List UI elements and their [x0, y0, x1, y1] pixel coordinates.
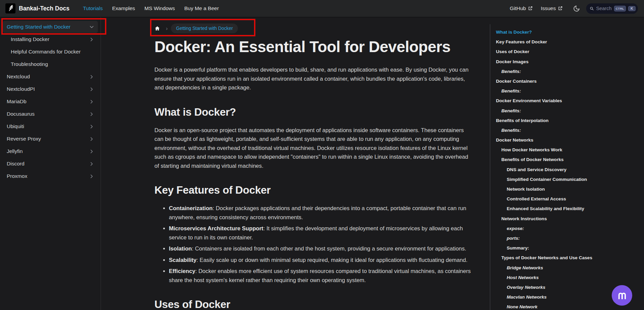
toc-item[interactable]: How Docker Networks Work	[496, 147, 641, 153]
github-link-label: GitHub	[510, 5, 526, 11]
toc-item[interactable]: Key Features of Docker	[496, 39, 641, 45]
sidebar-category-docusaurus[interactable]: Docusaurus	[3, 108, 98, 120]
list-item: Isolation: Containers are isolated from …	[169, 244, 473, 254]
toc-item[interactable]: Benefits of Interpolation	[496, 118, 641, 124]
toc-item[interactable]: Docker Networks	[496, 138, 641, 143]
feature-text: : Easily scale up or down with minimal s…	[196, 257, 467, 263]
toc-item[interactable]: Host Networks	[496, 275, 641, 281]
home-icon	[154, 26, 160, 31]
sidebar-category-discord[interactable]: Discord	[3, 158, 98, 170]
list-item: Containerization: Docker packages applic…	[169, 204, 473, 222]
search-placeholder: Search	[596, 6, 612, 11]
chevron-right-icon	[90, 87, 94, 91]
sidebar-item-helpful-commands[interactable]: Helpful Commands for Docker	[7, 46, 98, 58]
toc-item[interactable]: ports:	[496, 236, 641, 241]
leaf-icon	[7, 5, 14, 12]
toc-item[interactable]: What is Docker?	[496, 30, 641, 35]
toc-item[interactable]: Simplified Container Communication	[496, 177, 641, 183]
feature-text: : Docker packages applications and their…	[169, 205, 466, 221]
sidebar-category-jellyfin[interactable]: Jellyfin	[3, 145, 98, 157]
feature-text: : Docker enables more efficient use of s…	[169, 268, 471, 283]
m-logo-icon	[615, 289, 629, 302]
breadcrumb-current[interactable]: Getting Started with Docker	[171, 24, 238, 33]
breadcrumb-home[interactable]	[154, 23, 166, 34]
list-item: Scalability: Easily scale up or down wit…	[169, 256, 473, 265]
nav-item-buy-me-a-beer[interactable]: Buy Me a Beer	[180, 5, 224, 11]
toc-item[interactable]: Benefits:	[496, 108, 641, 114]
feature-term: Scalability	[169, 257, 196, 263]
issues-link[interactable]: Issues	[537, 5, 567, 11]
brand[interactable]: Bankai-Tech Docs	[5, 3, 78, 13]
sidebar-category-label: Jellyfin	[7, 148, 23, 154]
sidebar-category-getting-started-with-docker[interactable]: Getting Started with Docker	[3, 21, 98, 33]
dark-mode-toggle[interactable]	[571, 3, 582, 14]
toc-item[interactable]: Bridge Networks	[496, 265, 641, 271]
main-content: › Getting Started with Docker Docker: An…	[101, 17, 490, 310]
nav-item-tutorials[interactable]: Tutorials	[78, 5, 107, 11]
breadcrumb: › Getting Started with Docker	[154, 23, 476, 34]
sidebar-category-ubiquiti[interactable]: Ubiquiti	[3, 120, 98, 132]
kbd-k: K	[628, 6, 636, 11]
list-item: Microservices Architecture Support: It s…	[169, 224, 473, 242]
sidebar-category-nextcloud[interactable]: Nextcloud	[3, 71, 98, 83]
toc-item[interactable]: Benefits:	[496, 88, 641, 94]
nav-item-ms-windows[interactable]: MS Windows	[140, 5, 179, 11]
sidebar-item-troubleshooting[interactable]: Troubleshooting	[7, 58, 98, 70]
feature-term: Containerization	[169, 205, 213, 211]
toc-item[interactable]: Network Instructions	[496, 216, 641, 222]
chevron-right-icon	[90, 149, 94, 154]
toc-item[interactable]: Controlled External Access	[496, 196, 641, 202]
toc-item[interactable]: expose:	[496, 226, 641, 232]
external-link-icon	[558, 6, 563, 11]
layout: Getting Started with Docker Installing D…	[0, 17, 644, 310]
kbd-ctrl: CTRL	[614, 6, 626, 11]
toc-list: What is Docker? Key Features of Docker U…	[496, 30, 641, 310]
search-icon	[590, 6, 594, 11]
toc-item[interactable]: DNS and Service Discovery	[496, 167, 641, 173]
breadcrumb-separator: ›	[166, 26, 168, 32]
search-button[interactable]: Search CTRL K	[586, 3, 638, 14]
sidebar-item-label: Installing Docker	[11, 36, 49, 42]
list-item: Efficiency: Docker enables more efficien…	[169, 267, 473, 285]
toc-item[interactable]: Benefits:	[496, 69, 641, 75]
sidebar-item-label: Helpful Commands for Docker	[11, 49, 81, 55]
navbar: Bankai-Tech Docs Tutorials Examples MS W…	[0, 0, 644, 17]
table-of-contents: What is Docker? Key Features of Docker U…	[490, 24, 644, 310]
github-link[interactable]: GitHub	[506, 5, 537, 11]
feature-term: Isolation	[169, 245, 192, 252]
sidebar-item-installing-docker[interactable]: Installing Docker	[7, 33, 98, 45]
toc-item[interactable]: Summary:	[496, 245, 641, 251]
sidebar-category-mariadb[interactable]: MariaDb	[3, 95, 98, 108]
sidebar-category-label: Reverse Proxy	[7, 136, 41, 142]
nav-item-examples[interactable]: Examples	[107, 5, 140, 11]
toc-item[interactable]: Network Isolation	[496, 187, 641, 192]
toc-item[interactable]: Benefits of Docker Networks	[496, 157, 641, 163]
feature-term: Efficiency	[169, 268, 195, 274]
sidebar-category-label: Ubiquiti	[7, 123, 24, 129]
toc-item[interactable]: Docker Containers	[496, 79, 641, 84]
sidebar-category-nextcloudpi[interactable]: NextcloudPI	[3, 83, 98, 95]
navbar-links: Tutorials Examples MS Windows Buy Me a B…	[78, 5, 223, 11]
toc-item[interactable]: Benefits:	[496, 128, 641, 133]
toc-item[interactable]: Uses of Docker	[496, 49, 641, 55]
chevron-down-icon	[90, 25, 94, 29]
toc-item[interactable]: Docker Images	[496, 59, 641, 65]
sidebar-category-reverse-proxy[interactable]: Reverse Proxy	[3, 133, 98, 145]
toc-item[interactable]: Enhanced Scalability and Flexibility	[496, 206, 641, 212]
feature-term: Microservices Architecture Support	[169, 225, 263, 232]
chevron-right-icon	[90, 75, 94, 79]
moon-icon	[573, 5, 580, 12]
sidebar-category-proxmox[interactable]: Proxmox	[3, 170, 98, 182]
toc-item[interactable]: Types of Docker Networks and Use Cases	[496, 255, 641, 261]
page-title: Docker: An Essential Tool for Developers	[154, 38, 473, 56]
chevron-right-icon	[90, 174, 94, 179]
heading-uses-of-docker: Uses of Docker	[154, 298, 473, 310]
sidebar-category-label: Docusaurus	[7, 111, 35, 117]
chevron-right-icon	[90, 112, 94, 116]
features-list: Containerization: Docker packages applic…	[154, 204, 473, 285]
heading-key-features: Key Features of Docker	[154, 184, 473, 196]
article: Docker: An Essential Tool for Developers…	[154, 38, 473, 310]
sidebar: Getting Started with Docker Installing D…	[0, 17, 101, 310]
toc-item[interactable]: Docker Environment Variables	[496, 98, 641, 104]
chat-widget-button[interactable]	[612, 285, 632, 306]
